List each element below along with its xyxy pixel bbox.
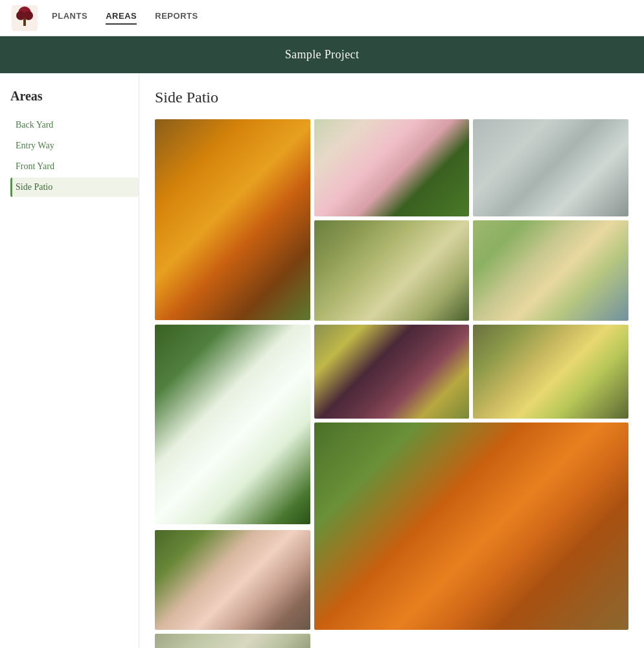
sidebar-item-front-yard[interactable]: Front Yard [10,157,139,176]
photo-2[interactable] [314,119,470,216]
photo-10[interactable] [155,530,310,630]
photo-3[interactable] [473,119,628,216]
sidebar-item-entry-way[interactable]: Entry Way [10,136,139,156]
nav-plants[interactable]: PLANTS [52,11,87,25]
photo-1[interactable] [155,119,310,320]
photo-4[interactable] [314,220,470,321]
sidebar: Areas Back Yard Entry Way Front Yard Sid… [0,73,139,648]
sidebar-item-back-yard[interactable]: Back Yard [10,115,139,135]
page-title: Side Patio [155,89,628,106]
nav-areas[interactable]: AREAS [106,11,137,25]
photo-7[interactable] [314,325,470,419]
photo-5[interactable] [473,220,628,321]
sidebar-item-side-patio[interactable]: Side Patio [10,178,139,197]
photo-9[interactable] [314,422,628,630]
nav-reports[interactable]: REPORTS [155,11,198,25]
main-layout: Areas Back Yard Entry Way Front Yard Sid… [0,73,644,648]
svg-rect-4 [23,18,26,26]
content-area: Side Patio [139,73,644,648]
photo-11[interactable] [155,634,310,648]
navbar: PLANTS AREAS REPORTS [0,0,644,36]
project-header: Sample Project [0,36,644,73]
photo-8[interactable] [473,325,628,419]
photo-6[interactable] [155,325,310,524]
sidebar-title: Areas [10,89,139,104]
photo-grid [155,119,628,648]
nav-links: PLANTS AREAS REPORTS [52,11,198,25]
brand-logo [10,4,39,32]
project-name: Sample Project [285,48,360,61]
